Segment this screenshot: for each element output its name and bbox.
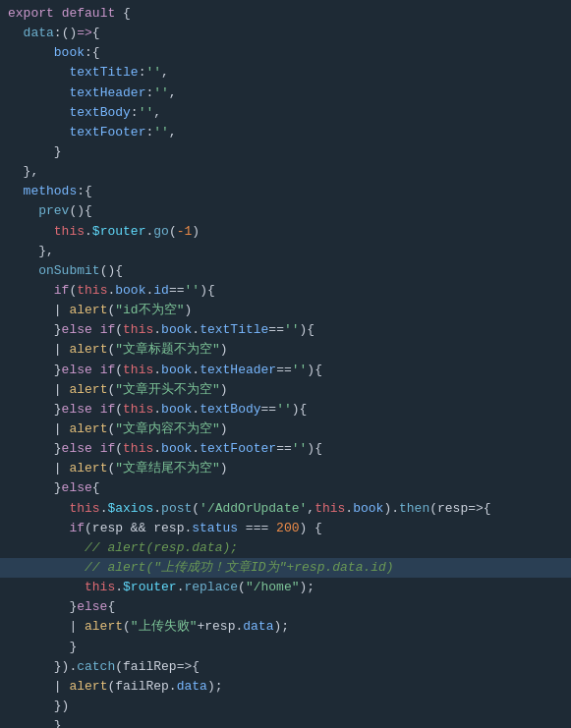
- code-line-28: // alert(resp.data);: [0, 538, 571, 558]
- code-line-10: methods:{: [0, 182, 571, 201]
- code-line-4: textTitle:'',: [0, 63, 571, 83]
- code-line-17: }else if(this.book.textTitle==''){: [0, 320, 571, 340]
- code-line-31: }else{: [0, 597, 571, 617]
- code-line-18: | alert("文章标题不为空"): [0, 340, 571, 360]
- code-line-35: | alert(failRep.data);: [0, 677, 571, 697]
- code-line-14: onSubmit(){: [0, 261, 571, 281]
- code-line-25: }else{: [0, 478, 571, 498]
- code-line-11: prev(){: [0, 201, 571, 221]
- code-line-27: if(resp && resp.status === 200) {: [0, 519, 571, 538]
- code-line-37: }: [0, 716, 571, 728]
- code-line-24: | alert("文章结尾不为空"): [0, 459, 571, 478]
- code-line-15: if(this.book.id==''){: [0, 281, 571, 301]
- code-line-22: | alert("文章内容不为空"): [0, 420, 571, 439]
- code-line-23: }else if(this.book.textFooter==''){: [0, 439, 571, 459]
- code-line-20: | alert("文章开头不为空"): [0, 380, 571, 400]
- code-line-5: textHeader:'',: [0, 84, 571, 103]
- code-line-2: data:()=>{: [0, 24, 571, 43]
- code-line-21: }else if(this.book.textBody==''){: [0, 400, 571, 420]
- code-line-36: }): [0, 697, 571, 716]
- code-line-13: },: [0, 242, 571, 261]
- code-line-6: textBody:'',: [0, 103, 571, 123]
- code-line-3: book:{: [0, 43, 571, 63]
- code-line-12: this.$router.go(-1): [0, 222, 571, 242]
- code-line-26: this.$axios.post('/AddOrUpdate',this.boo…: [0, 499, 571, 519]
- code-line-30: this.$router.replace("/home");: [0, 578, 571, 597]
- code-line-16: | alert("id不为空"): [0, 301, 571, 320]
- code-line-7: textFooter:'',: [0, 123, 571, 142]
- code-line-9: },: [0, 162, 571, 182]
- code-line-1: export default {: [0, 4, 571, 24]
- code-line-29: // alert("上传成功！文章ID为"+resp.data.id): [0, 558, 571, 578]
- code-line-32: | alert("上传失败"+resp.data);: [0, 617, 571, 637]
- code-editor: export default { data:()=>{ book:{ textT…: [0, 0, 571, 728]
- code-line-33: }: [0, 638, 571, 657]
- code-line-34: }).catch(failRep=>{: [0, 657, 571, 677]
- code-line-19: }else if(this.book.textHeader==''){: [0, 361, 571, 380]
- code-line-8: }: [0, 142, 571, 162]
